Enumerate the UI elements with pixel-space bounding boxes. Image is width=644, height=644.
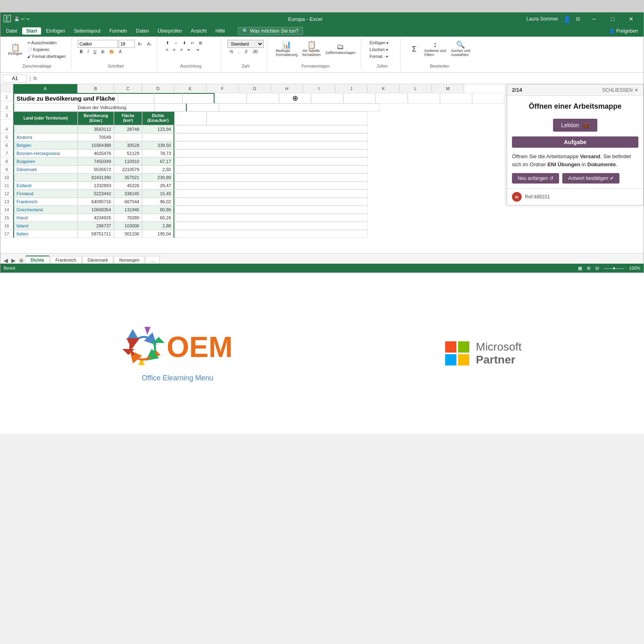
tab-daenemark[interactable]: Dänemark xyxy=(83,256,114,264)
cell-pop-8[interactable]: 7450349 xyxy=(78,157,114,165)
cell-density-10[interactable]: 230,89 xyxy=(142,173,174,182)
cell-rest-4[interactable] xyxy=(174,125,367,133)
cell-density-13[interactable]: 96,02 xyxy=(142,198,174,206)
cell-country-9[interactable]: Dänemark xyxy=(13,165,78,173)
menu-hilfe[interactable]: Hilfe xyxy=(211,27,229,35)
row-num-6[interactable]: 6 xyxy=(0,141,13,149)
menu-datei[interactable]: Datei xyxy=(2,27,21,35)
delete-cell-button[interactable]: Löschen ▾ xyxy=(367,47,390,53)
row-num-10[interactable]: 10 xyxy=(0,173,13,182)
als-tabelle-button[interactable]: 📋 Als Tabelleformatieren xyxy=(300,40,323,58)
cell-area-16[interactable]: 103000 xyxy=(114,222,142,230)
cell-rest-9[interactable] xyxy=(174,165,367,173)
bedingte-formatierung-button[interactable]: 📊 BedingteFormatierung xyxy=(274,40,299,58)
row-num-3[interactable]: 3 xyxy=(0,111,13,120)
cell-density-4[interactable]: 123,94 xyxy=(142,125,174,133)
align-bottom-button[interactable]: ⬇ xyxy=(181,40,188,46)
cell-density-5[interactable] xyxy=(142,133,174,141)
row-num-2[interactable]: 2 xyxy=(0,103,13,111)
view-layout-icon[interactable]: ⊞ xyxy=(587,266,590,271)
increase-decimal-button[interactable]: .0 xyxy=(242,49,249,55)
cell-pop-13[interactable]: 64095716 xyxy=(78,198,114,206)
cell-d2[interactable] xyxy=(155,103,187,111)
tab-nav-prev[interactable]: ◀ xyxy=(2,257,10,264)
paste-button[interactable]: 📋 Einfügen xyxy=(6,43,25,57)
cell-pop-4[interactable]: 3563112 xyxy=(78,125,114,133)
cell-density-8[interactable]: 67,17 xyxy=(142,157,174,165)
row-num-11[interactable]: 11 xyxy=(0,182,13,190)
cell-area-5[interactable] xyxy=(114,133,142,141)
decrease-font-button[interactable]: A↓ xyxy=(145,41,154,47)
cell-country-5[interactable]: Andorra xyxy=(13,133,78,141)
cell-pop-6[interactable]: 10364388 xyxy=(78,141,114,149)
tab-add[interactable]: ⊕ xyxy=(17,257,25,264)
cell-area-8[interactable]: 110910 xyxy=(114,157,142,165)
cell-area-12[interactable]: 338145 xyxy=(114,190,142,198)
format-painter-button[interactable]: 🖌 Format übertragen xyxy=(25,54,68,60)
cell-density-16[interactable]: 2,88 xyxy=(142,222,174,230)
cell-country-12[interactable]: Finnland xyxy=(13,190,78,198)
cell-pop-5[interactable]: 70549 xyxy=(78,133,114,141)
underline-button[interactable]: U xyxy=(91,49,98,55)
cell-density-14[interactable]: 80,86 xyxy=(142,206,174,214)
cell-h1[interactable] xyxy=(311,93,343,103)
col-j[interactable]: J xyxy=(335,84,367,93)
cell-k1[interactable] xyxy=(408,93,440,103)
formula-input[interactable]: Studie zu Bevölkerung und Fläche xyxy=(39,75,641,82)
cell-density-12[interactable]: 15,45 xyxy=(142,190,174,198)
cell-rest-14[interactable] xyxy=(174,206,367,214)
cell-pop-7[interactable]: 4025476 xyxy=(78,149,114,157)
tab-norwegen[interactable]: Norwegen xyxy=(114,256,144,264)
decrease-indent-button[interactable]: ⇤ xyxy=(186,47,193,53)
increase-font-button[interactable]: A↑ xyxy=(136,41,144,47)
cell-i1[interactable] xyxy=(343,93,376,103)
cell-density-11[interactable]: 29,47 xyxy=(142,182,174,190)
cell-pop-17[interactable]: 58751711 xyxy=(78,230,114,238)
cell-rest-17[interactable] xyxy=(174,230,367,238)
menu-daten[interactable]: Daten xyxy=(132,27,153,35)
cell-country-10[interactable] xyxy=(13,173,78,182)
cell-pop-14[interactable]: 10668354 xyxy=(78,206,114,214)
header-country[interactable]: Land (oder Territorium) xyxy=(13,111,78,125)
col-g[interactable]: G xyxy=(239,84,271,93)
menu-search[interactable]: 🔍 Was möchten Sie tun? xyxy=(238,27,303,35)
comma-button[interactable]: , xyxy=(236,49,241,55)
col-m[interactable]: M xyxy=(432,84,464,93)
cell-area-9[interactable]: 2210579 xyxy=(114,165,142,173)
cell-l1[interactable] xyxy=(440,93,472,103)
view-page-icon[interactable]: ⊟ xyxy=(595,266,599,271)
decrease-decimal-button[interactable]: .00 xyxy=(250,49,260,55)
cell-area-10[interactable]: 357021 xyxy=(114,173,142,182)
cell-country-6[interactable]: Belgien xyxy=(13,141,78,149)
cell-area-6[interactable]: 30528 xyxy=(114,141,142,149)
row-num-4[interactable]: 4 xyxy=(0,125,13,133)
fill-color-button[interactable]: 🎨 xyxy=(107,49,116,55)
menu-formeln[interactable]: Formeln xyxy=(105,27,131,35)
bold-button[interactable]: B xyxy=(78,49,85,55)
align-right-button[interactable]: ≡ xyxy=(178,47,185,53)
cell-country-11[interactable]: Estland xyxy=(13,182,78,190)
cell-density-9[interactable]: 2,50 xyxy=(142,165,174,173)
cell-area-7[interactable]: 51129 xyxy=(114,149,142,157)
cell-country-13[interactable]: Frankreich xyxy=(13,198,78,206)
minimize-button[interactable]: ─ xyxy=(585,12,603,25)
cell-c2[interactable] xyxy=(126,103,155,111)
lesson-button[interactable]: Lektion 💼 xyxy=(553,119,597,132)
insert-cell-button[interactable]: Einfügen ▾ xyxy=(367,40,390,46)
col-i[interactable]: I xyxy=(303,84,335,93)
merge-button[interactable]: ⊞ xyxy=(197,40,204,46)
row-num-17[interactable]: 17 xyxy=(0,230,13,238)
cell-reference-input[interactable] xyxy=(3,74,27,83)
cell-area-11[interactable]: 45226 xyxy=(114,182,142,190)
align-left-button[interactable]: ≡ xyxy=(164,47,170,53)
header-e3[interactable] xyxy=(174,111,206,125)
increase-indent-button[interactable]: ⇥ xyxy=(194,47,201,53)
cell-f1[interactable] xyxy=(247,93,279,103)
menu-start[interactable]: Start xyxy=(22,27,41,35)
cell-density-7[interactable]: 78,73 xyxy=(142,149,174,157)
cell-pop-15[interactable]: 4234925 xyxy=(78,214,114,222)
cell-area-13[interactable]: 667544 xyxy=(114,198,142,206)
font-size-input[interactable] xyxy=(119,40,135,48)
percent-button[interactable]: % xyxy=(227,49,235,55)
cell-density-17[interactable]: 195,04 xyxy=(142,230,174,238)
